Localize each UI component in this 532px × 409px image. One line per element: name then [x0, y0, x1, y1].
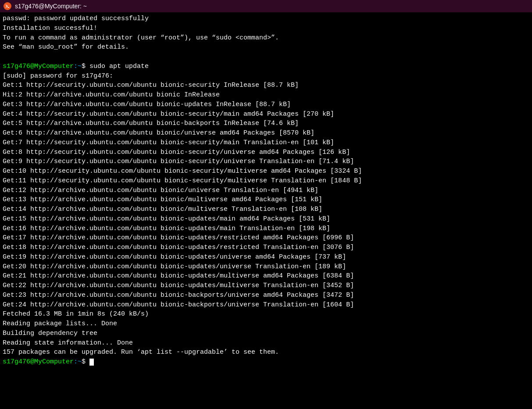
terminal-line: Get:19 http://archive.ubuntu.com/ubuntu …	[3, 253, 529, 262]
terminal[interactable]: passwd: password updated successfullyIns…	[0, 12, 532, 369]
terminal-line	[3, 52, 529, 62]
terminal-line: Get:22 http://archive.ubuntu.com/ubuntu …	[3, 281, 529, 291]
terminal-line: passwd: password updated successfully	[3, 14, 529, 24]
terminal-line: Get:11 http://security.ubuntu.com/ubuntu…	[3, 176, 529, 186]
terminal-line: Reading state information... Done	[3, 338, 529, 348]
final-prompt-cmd: $	[82, 358, 89, 366]
terminal-line: Get:20 http://archive.ubuntu.com/ubuntu …	[3, 262, 529, 272]
terminal-line: Get:18 http://archive.ubuntu.com/ubuntu …	[3, 243, 529, 253]
terminal-line: Get:1 http://security.ubuntu.com/ubuntu …	[3, 81, 529, 90]
terminal-line: Get:17 http://archive.ubuntu.com/ubuntu …	[3, 233, 529, 243]
prompt-cmd: $ sudo apt update	[82, 63, 149, 70]
terminal-line: Installation successful!	[3, 24, 529, 33]
cursor	[89, 359, 94, 366]
terminal-line: Building dependency tree	[3, 329, 529, 338]
terminal-line: Get:8 http://security.ubuntu.com/ubuntu …	[3, 148, 529, 157]
terminal-line: Get:14 http://archive.ubuntu.com/ubuntu …	[3, 205, 529, 214]
terminal-line: Get:23 http://archive.ubuntu.com/ubuntu …	[3, 291, 529, 300]
terminal-line: s17g476@MyComputer:~$ sudo apt update	[3, 62, 529, 71]
prompt-path: :~	[74, 63, 82, 70]
terminal-line: Get:16 http://archive.ubuntu.com/ubuntu …	[3, 224, 529, 234]
terminal-line: Get:15 http://archive.ubuntu.com/ubuntu …	[3, 214, 529, 224]
terminal-line: 157 packages can be upgraded. Run ‘apt l…	[3, 348, 529, 357]
prompt-user: s17g476@MyComputer	[3, 63, 74, 70]
terminal-line: Hit:2 http://archive.ubuntu.com/ubuntu b…	[3, 90, 529, 100]
final-prompt-path: :~	[74, 358, 82, 366]
terminal-line: Reading package lists... Done	[3, 319, 529, 329]
terminal-line: Get:12 http://archive.ubuntu.com/ubuntu …	[3, 186, 529, 196]
final-prompt-user: s17g476@MyComputer	[3, 358, 74, 366]
terminal-line: To run a command as administrator (user …	[3, 33, 529, 43]
terminal-line: Get:13 http://archive.ubuntu.com/ubuntu …	[3, 195, 529, 205]
terminal-line: Get:3 http://archive.ubuntu.com/ubuntu b…	[3, 100, 529, 110]
terminal-line: Get:21 http://archive.ubuntu.com/ubuntu …	[3, 271, 529, 281]
final-prompt-line[interactable]: s17g476@MyComputer:~$	[3, 357, 529, 367]
terminal-line: Get:4 http://security.ubuntu.com/ubuntu …	[3, 110, 529, 119]
terminal-line: Get:5 http://archive.ubuntu.com/ubuntu b…	[3, 119, 529, 128]
terminal-icon	[4, 2, 11, 10]
terminal-line: Get:10 http://security.ubuntu.com/ubuntu…	[3, 167, 529, 176]
terminal-line: Get:7 http://security.ubuntu.com/ubuntu …	[3, 138, 529, 148]
terminal-line: Fetched 16.3 MB in 1min 8s (240 kB/s)	[3, 309, 529, 319]
terminal-line: See “man sudo_root” for details.	[3, 43, 529, 52]
titlebar: s17g476@MyComputer: ~	[0, 0, 532, 12]
terminal-line: [sudo] password for s17g476:	[3, 71, 529, 81]
terminal-line: Get:9 http://security.ubuntu.com/ubuntu …	[3, 157, 529, 167]
terminal-line: Get:24 http://archive.ubuntu.com/ubuntu …	[3, 300, 529, 310]
terminal-line: Get:6 http://archive.ubuntu.com/ubuntu b…	[3, 128, 529, 138]
titlebar-title: s17g476@MyComputer: ~	[15, 3, 87, 10]
